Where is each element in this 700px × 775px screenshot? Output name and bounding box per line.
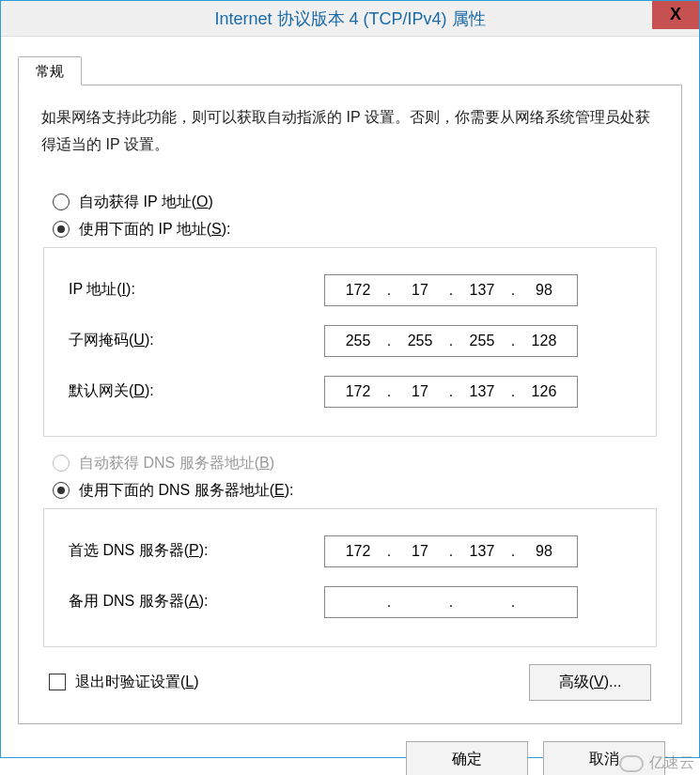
radio-label: 自动获得 IP 地址(O) xyxy=(79,193,213,212)
cloud-icon xyxy=(619,755,644,772)
label-dns-alternate: 备用 DNS 服务器(A): xyxy=(61,592,324,612)
dialog-window: Internet 协议版本 4 (TCP/IPv4) 属性 X 常规 如果网络支… xyxy=(0,0,700,758)
row-dns-alternate: 备用 DNS 服务器(A): . . . xyxy=(61,586,639,618)
input-gateway[interactable]: 172. 17. 137. 126 xyxy=(324,376,578,408)
radio-icon xyxy=(53,194,70,210)
ok-button[interactable]: 确定 xyxy=(406,741,528,775)
window-title: Internet 协议版本 4 (TCP/IPv4) 属性 xyxy=(214,8,485,30)
radio-label: 自动获得 DNS 服务器地址(B) xyxy=(79,454,274,473)
tabstrip: 常规 xyxy=(18,54,682,85)
radio-label: 使用下面的 IP 地址(S): xyxy=(79,220,231,240)
label-ip-address: IP 地址(I): xyxy=(61,280,324,300)
dialog-content: 常规 如果网络支持此功能，则可以获取自动指派的 IP 设置。否则，你需要从网络系… xyxy=(1,37,699,775)
advanced-button[interactable]: 高级(V)... xyxy=(529,664,651,701)
radio-label: 使用下面的 DNS 服务器地址(E): xyxy=(79,481,293,501)
ip-fieldset: IP 地址(I): 172. 17. 137. 98 子网掩码(U): 255. xyxy=(43,247,657,437)
radio-icon xyxy=(53,482,70,499)
watermark: 亿速云 xyxy=(619,753,694,773)
input-ip-address[interactable]: 172. 17. 137. 98 xyxy=(324,274,578,306)
tab-general[interactable]: 常规 xyxy=(18,56,82,85)
input-subnet-mask[interactable]: 255. 255. 255. 128 xyxy=(324,325,578,357)
bottom-row: 退出时验证设置(L) 高级(V)... xyxy=(41,664,659,701)
radio-dns-manual[interactable]: 使用下面的 DNS 服务器地址(E): xyxy=(53,481,659,501)
radio-icon xyxy=(53,221,70,238)
row-gateway: 默认网关(D): 172. 17. 137. 126 xyxy=(61,376,639,408)
radio-icon xyxy=(53,455,70,472)
input-dns-preferred[interactable]: 172. 17. 137. 98 xyxy=(324,535,578,567)
row-ip-address: IP 地址(I): 172. 17. 137. 98 xyxy=(61,274,639,306)
dialog-buttons: 确定 取消 xyxy=(18,724,682,775)
label-subnet-mask: 子网掩码(U): xyxy=(61,331,324,350)
radio-ip-auto[interactable]: 自动获得 IP 地址(O) xyxy=(53,193,659,212)
tab-page: 如果网络支持此功能，则可以获取自动指派的 IP 设置。否则，你需要从网络系统管理… xyxy=(18,85,682,724)
radio-ip-manual[interactable]: 使用下面的 IP 地址(S): xyxy=(53,220,659,240)
checkbox-validate-on-exit[interactable]: 退出时验证设置(L) xyxy=(49,673,199,692)
dns-fieldset: 首选 DNS 服务器(P): 172. 17. 137. 98 备用 DNS 服… xyxy=(43,508,657,647)
close-button[interactable]: X xyxy=(652,1,699,29)
checkbox-icon xyxy=(49,674,66,690)
watermark-text: 亿速云 xyxy=(649,753,694,773)
radio-dns-auto: 自动获得 DNS 服务器地址(B) xyxy=(53,454,659,473)
label-dns-preferred: 首选 DNS 服务器(P): xyxy=(61,541,324,561)
titlebar: Internet 协议版本 4 (TCP/IPv4) 属性 X xyxy=(1,1,699,37)
row-subnet-mask: 子网掩码(U): 255. 255. 255. 128 xyxy=(61,325,639,357)
label-gateway: 默认网关(D): xyxy=(61,381,324,401)
input-dns-alternate[interactable]: . . . xyxy=(324,586,578,618)
description-text: 如果网络支持此功能，则可以获取自动指派的 IP 设置。否则，你需要从网络系统管理… xyxy=(41,104,659,159)
row-dns-preferred: 首选 DNS 服务器(P): 172. 17. 137. 98 xyxy=(61,535,639,567)
